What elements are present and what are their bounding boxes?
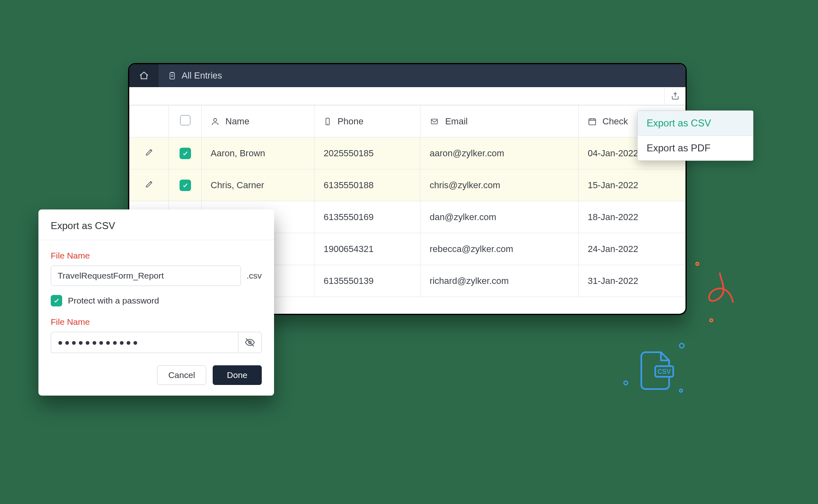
cell-email: richard@zylker.com — [420, 265, 578, 297]
decoration-dot — [623, 380, 628, 385]
svg-text:CSV: CSV — [658, 368, 671, 375]
modal-title: Export as CSV — [38, 209, 274, 240]
cell-phone: 1900654321 — [315, 233, 420, 265]
table-row[interactable]: Aaron, Brown2025550185aaron@zylker.com04… — [130, 137, 685, 169]
cell-checkin: 31-Jan-2022 — [578, 265, 685, 297]
clipboard-icon — [168, 71, 177, 80]
file-extension: .csv — [247, 271, 262, 281]
svg-rect-3 — [431, 119, 438, 124]
person-icon — [211, 117, 220, 126]
cell-phone: 6135550188 — [315, 169, 420, 201]
svg-rect-0 — [170, 73, 175, 79]
mail-icon — [429, 117, 439, 126]
cell-email: aaron@zylker.com — [420, 137, 578, 169]
cell-phone: 2025550185 — [315, 137, 420, 169]
row-checkbox[interactable] — [180, 180, 191, 191]
home-button[interactable] — [129, 64, 159, 87]
edit-icon[interactable] — [145, 148, 154, 157]
toolbar — [129, 87, 685, 105]
export-menu: Export as CSV Export as PDF — [637, 110, 753, 161]
csv-icon: CSV — [640, 350, 674, 392]
phone-icon — [324, 117, 332, 126]
tab-all-entries[interactable]: All Entries — [159, 70, 231, 81]
column-email[interactable]: Email — [420, 106, 578, 137]
cell-checkin: 24-Jan-2022 — [578, 233, 685, 265]
edit-icon[interactable] — [145, 180, 154, 189]
cell-phone: 6135550169 — [315, 201, 420, 233]
export-csv-option[interactable]: Export as CSV — [638, 111, 753, 135]
filename-label: File Name — [51, 251, 262, 261]
protect-password-checkbox[interactable] — [51, 295, 62, 306]
cancel-button[interactable]: Cancel — [157, 365, 206, 385]
pdf-icon — [706, 271, 734, 309]
tab-label: All Entries — [182, 70, 222, 81]
svg-point-1 — [213, 118, 216, 121]
column-name[interactable]: Name — [202, 106, 315, 137]
password-input[interactable] — [51, 332, 238, 353]
cell-name: Chris, Carner — [202, 169, 315, 201]
cell-email: rebecca@zylker.com — [420, 233, 578, 265]
row-checkbox[interactable] — [180, 148, 191, 159]
cell-email: chris@zylker.com — [420, 169, 578, 201]
column-phone[interactable]: Phone — [315, 106, 420, 137]
decoration-dot — [679, 389, 683, 393]
titlebar: All Entries — [129, 64, 685, 87]
filename-input[interactable] — [51, 266, 241, 286]
toggle-password-visibility[interactable] — [238, 332, 262, 353]
svg-rect-4 — [589, 119, 596, 125]
eye-off-icon — [245, 337, 255, 348]
decoration-dot — [709, 318, 713, 322]
export-button[interactable] — [664, 87, 685, 105]
cell-checkin: 18-Jan-2022 — [578, 201, 685, 233]
select-all-checkbox[interactable] — [180, 115, 191, 126]
cell-email: dan@zylker.com — [420, 201, 578, 233]
table-row[interactable]: Chris, Carner6135550188chris@zylker.com1… — [130, 169, 685, 201]
protect-password-label: Protect with a password — [68, 296, 159, 306]
cell-name: Aaron, Brown — [202, 137, 315, 169]
home-icon — [139, 70, 149, 81]
cell-checkin: 15-Jan-2022 — [578, 169, 685, 201]
decoration-dot — [695, 262, 699, 266]
password-label: File Name — [51, 317, 262, 327]
done-button[interactable]: Done — [213, 365, 262, 385]
share-icon — [671, 92, 680, 101]
cell-phone: 6135550139 — [315, 265, 420, 297]
calendar-icon — [588, 117, 597, 126]
decoration-dot — [679, 343, 685, 349]
export-pdf-option[interactable]: Export as PDF — [638, 135, 753, 160]
export-csv-modal: Export as CSV File Name .csv Protect wit… — [38, 209, 274, 396]
